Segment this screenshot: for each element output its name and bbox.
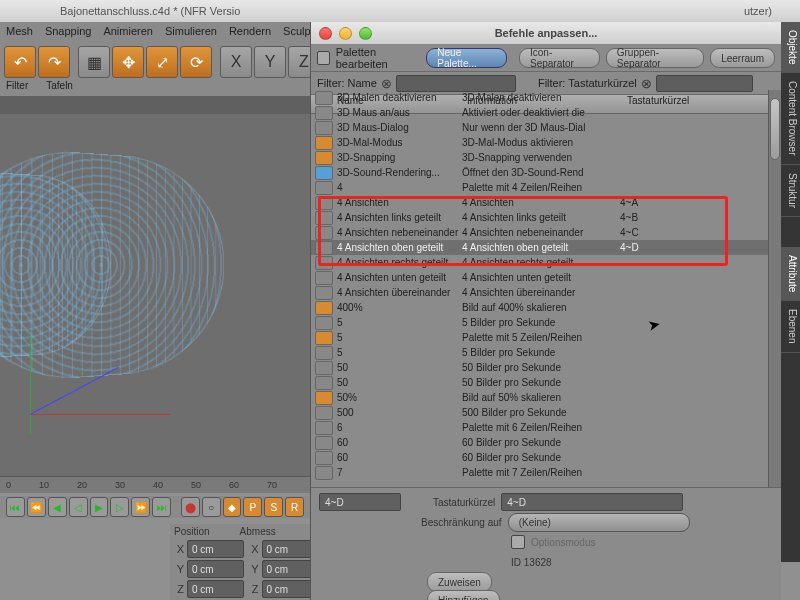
table-row[interactable]: 5050 Bilder pro Sekunde — [311, 360, 769, 375]
table-row[interactable]: 6060 Bilder pro Sekunde — [311, 450, 769, 465]
options-mode-checkbox[interactable] — [511, 535, 525, 549]
table-row[interactable]: 3D Malen deaktivieren3D Malen deaktivier… — [311, 90, 769, 105]
redo-button[interactable]: ↷ — [38, 46, 70, 78]
edit-palettes-checkbox[interactable] — [317, 51, 330, 65]
tab-attributes[interactable]: Attribute — [780, 247, 800, 301]
command-icon — [315, 106, 333, 120]
table-row[interactable]: 4 Ansichten rechts geteilt4 Ansichten re… — [311, 255, 769, 270]
table-row[interactable]: 5Palette mit 5 Zeilen/Reihen — [311, 330, 769, 345]
menu-snapping[interactable]: Snapping — [45, 25, 92, 37]
command-name: 4 Ansichten — [337, 197, 462, 208]
axis-x[interactable] — [30, 414, 170, 415]
filter-key-input[interactable] — [656, 75, 753, 92]
command-icon — [315, 136, 333, 150]
command-info: 4 Ansichten übereinander — [462, 287, 620, 298]
add-button[interactable]: Hinzufügen — [427, 590, 500, 600]
axis-y[interactable] — [30, 334, 31, 434]
shortcut-input[interactable]: 4~D — [501, 493, 683, 511]
table-row[interactable]: 3D Maus-DialogNur wenn der 3D Maus-Dial — [311, 120, 769, 135]
menu-animate[interactable]: Animieren — [103, 25, 153, 37]
pos-y-field[interactable]: 0 cm — [187, 560, 244, 578]
scale-tool-button[interactable]: ⤢ — [146, 46, 178, 78]
command-icon — [315, 316, 333, 330]
record-button[interactable]: ⬤ — [181, 497, 200, 517]
user-label: utzer) — [744, 5, 772, 17]
menu-mesh[interactable]: Mesh — [6, 25, 33, 37]
autokey-button[interactable]: ○ — [202, 497, 221, 517]
filter-name-input[interactable] — [396, 75, 516, 92]
table-row[interactable]: 7Palette mit 7 Zeilen/Reihen — [311, 465, 769, 480]
filter-key-label: Filter: Tastaturkürzel — [538, 77, 637, 89]
timeline-ruler[interactable]: 0 10 20 30 40 50 60 70 — [0, 476, 310, 493]
table-scrollbar[interactable] — [768, 90, 781, 496]
mode-filter[interactable]: Filter — [6, 80, 28, 96]
keyframe-button[interactable]: ◆ — [223, 497, 242, 517]
viewport[interactable] — [0, 96, 310, 476]
undo-button[interactable]: ↶ — [4, 46, 36, 78]
key-r-button[interactable]: R — [285, 497, 304, 517]
goto-end-button[interactable]: ⏭ — [152, 497, 171, 517]
table-row[interactable]: 3D-Snapping3D-Snapping verwenden — [311, 150, 769, 165]
move-tool-button[interactable]: ✥ — [112, 46, 144, 78]
step-back-button[interactable]: ◀ — [48, 497, 67, 517]
table-row[interactable]: 4 Ansichten übereinander4 Ansichten über… — [311, 285, 769, 300]
table-row[interactable]: 6060 Bilder pro Sekunde — [311, 435, 769, 450]
table-row[interactable]: 4 Ansichten unten geteilt4 Ansichten unt… — [311, 270, 769, 285]
icon-separator-button[interactable]: Icon-Separator — [519, 48, 600, 68]
play-back-button[interactable]: ◁ — [69, 497, 88, 517]
select-tool-button[interactable]: ▦ — [78, 46, 110, 78]
step-back-key-button[interactable]: ⏪ — [27, 497, 46, 517]
axis-y-button[interactable]: Y — [254, 46, 286, 78]
table-row[interactable]: 6Palette mit 6 Zeilen/Reihen — [311, 420, 769, 435]
new-palette-button[interactable]: Neue Palette... — [426, 48, 507, 68]
table-row[interactable]: 3D-Sound-Rendering...Öffnet den 3D-Sound… — [311, 165, 769, 180]
assign-button[interactable]: Zuweisen — [427, 572, 492, 592]
table-row[interactable]: 4 Ansichten4 Ansichten4~A — [311, 195, 769, 210]
command-info: Nur wenn der 3D Maus-Dial — [462, 122, 620, 133]
mode-panels[interactable]: Tafeln — [46, 80, 73, 96]
viewport-canvas[interactable] — [0, 114, 310, 476]
tab-content-browser[interactable]: Content Browser — [780, 73, 800, 164]
table-row[interactable]: 4 Ansichten links geteilt4 Ansichten lin… — [311, 210, 769, 225]
key-s-button[interactable]: S — [264, 497, 283, 517]
tab-structure[interactable]: Struktur — [780, 165, 800, 217]
dialog-title: Befehle anpassen... — [311, 27, 781, 39]
pos-x-field[interactable]: 0 cm — [187, 540, 244, 558]
tab-layers[interactable]: Ebenen — [780, 301, 800, 352]
axis-x-button[interactable]: X — [220, 46, 252, 78]
table-row[interactable]: 4Palette mit 4 Zeilen/Reihen — [311, 180, 769, 195]
key-p-button[interactable]: P — [243, 497, 262, 517]
play-button[interactable]: ▶ — [90, 497, 109, 517]
shortcut-display-field[interactable]: 4~D — [319, 493, 401, 511]
clear-key-filter-icon[interactable]: ⊗ — [641, 76, 652, 91]
table-row[interactable]: 400%Bild auf 400% skalieren — [311, 300, 769, 315]
menu-render[interactable]: Rendern — [229, 25, 271, 37]
step-fwd-button[interactable]: ▷ — [110, 497, 129, 517]
pos-z-field[interactable]: 0 cm — [187, 580, 244, 598]
group-separator-button[interactable]: Gruppen-Separator — [606, 48, 704, 68]
table-row[interactable]: 4 Ansichten nebeneinander4 Ansichten neb… — [311, 225, 769, 240]
spacer-button[interactable]: Leerraum — [710, 48, 775, 68]
tab-objects[interactable]: Objekte — [780, 22, 800, 73]
rotate-tool-button[interactable]: ⟳ — [180, 46, 212, 78]
tick: 20 — [77, 480, 87, 490]
scrollbar-thumb[interactable] — [770, 98, 780, 160]
restrict-select[interactable]: (Keine) — [508, 513, 690, 532]
command-table[interactable]: 3D Malen deaktivieren3D Malen deaktivier… — [311, 90, 769, 496]
table-row[interactable]: 3D Maus an/ausAktiviert oder deaktiviert… — [311, 105, 769, 120]
clear-name-filter-icon[interactable]: ⊗ — [381, 76, 392, 91]
table-row[interactable]: 55 Bilder pro Sekunde — [311, 345, 769, 360]
table-row[interactable]: 4 Ansichten oben geteilt4 Ansichten oben… — [311, 240, 769, 255]
table-row[interactable]: 3D-Mal-Modus3D-Mal-Modus aktivieren — [311, 135, 769, 150]
options-mode-label: Optionsmodus — [531, 537, 595, 548]
table-row[interactable]: 500500 Bilder pro Sekunde — [311, 405, 769, 420]
command-name: 4 Ansichten rechts geteilt — [337, 257, 462, 268]
command-info: 50 Bilder pro Sekunde — [462, 377, 620, 388]
table-row[interactable]: 55 Bilder pro Sekunde — [311, 315, 769, 330]
table-row[interactable]: 5050 Bilder pro Sekunde — [311, 375, 769, 390]
command-name: 3D-Sound-Rendering... — [337, 167, 462, 178]
table-row[interactable]: 50%Bild auf 50% skalieren — [311, 390, 769, 405]
goto-start-button[interactable]: ⏮ — [6, 497, 25, 517]
menu-simulate[interactable]: Simulieren — [165, 25, 217, 37]
step-fwd-key-button[interactable]: ⏩ — [131, 497, 150, 517]
